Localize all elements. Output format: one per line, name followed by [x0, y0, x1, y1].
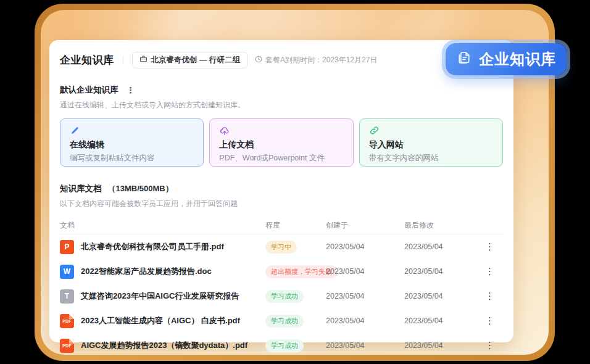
document-name: 北京睿奇优创科技有限公司员工手册.pdf: [81, 241, 224, 252]
file-type-icon: T: [60, 289, 74, 304]
kb-section-header: 默认企业知识库 ⋮: [60, 85, 503, 96]
col-header-document: 文档: [60, 220, 265, 231]
table-body: P 北京睿奇优创科技有限公司员工手册.pdf 学习中 2023/05/04 20…: [60, 234, 503, 358]
table-row: PDF AIGC发展趋势报告2023（镝数聚dydata）.pdf 学习成功 2…: [60, 333, 503, 358]
created-date: 2023/05/04: [326, 316, 404, 325]
kb-title: 默认企业知识库: [60, 85, 118, 96]
table-header-row: 文档 程度 创建于 最后修改: [60, 217, 503, 234]
create-card-description: 编写或复制粘贴文件内容: [70, 153, 194, 163]
row-menu-button[interactable]: ⋮: [483, 339, 497, 352]
modified-date: 2023/05/04: [404, 341, 470, 350]
pencil-icon: [70, 125, 194, 136]
cloud-upload-icon: [219, 125, 343, 136]
status-badge: 学习中: [265, 241, 297, 254]
status-badge: 学习成功: [265, 339, 304, 352]
docs-quota: （13MB/500MB）: [108, 183, 173, 194]
kb-floating-badge-label: 企业知识库: [479, 49, 556, 69]
modified-date: 2023/05/04: [404, 267, 470, 276]
briefcase-icon: [139, 55, 148, 65]
document-name: AIGC发展趋势报告2023（镝数聚dydata）.pdf: [81, 340, 247, 351]
create-card-title: 导入网站: [369, 139, 493, 151]
row-menu-button[interactable]: ⋮: [483, 240, 497, 253]
create-cards: 在线编辑 编写或复制粘贴文件内容 上传文档 PDF、Word或Powerpoin…: [60, 118, 503, 167]
link-icon: [369, 125, 493, 136]
file-type-icon: PDF: [60, 314, 74, 328]
created-date: 2023/05/04: [326, 267, 404, 276]
kb-description: 通过在线编辑、上传文档或导入网站的方式创建知识库。: [60, 100, 503, 110]
modified-date: 2023/05/04: [404, 242, 470, 251]
file-type-icon: P: [60, 240, 74, 254]
create-card-title: 在线编辑: [70, 139, 194, 151]
modified-date: 2023/05/04: [404, 292, 470, 300]
col-header-created: 创建于: [326, 220, 404, 231]
docs-description: 以下文档内容可能会被数字员工应用，并用于回答问题: [60, 199, 503, 209]
created-date: 2023/05/04: [326, 242, 404, 251]
kb-floating-badge[interactable]: 企业知识库: [446, 43, 567, 75]
col-header-progress: 程度: [265, 220, 326, 231]
plan-expiry: 套餐A到期时间：2023年12月27日: [255, 55, 377, 65]
modified-date: 2023/05/04: [404, 316, 470, 325]
page-title: 企业知识库: [60, 53, 114, 67]
kb-menu-button[interactable]: ⋮: [125, 85, 137, 96]
file-type-icon: W: [60, 265, 74, 279]
document-name: 艾媒咨询2023年中国AIGC行业发展研究报告: [81, 291, 239, 302]
col-header-modified: 最后修改: [404, 220, 470, 231]
docs-section-header: 知识库文档 （13MB/500MB）: [60, 183, 503, 194]
documents-table: 文档 程度 创建于 最后修改 P 北京睿奇优创科技有限公司员工手册.pdf 学习…: [60, 217, 503, 358]
main-panel: 企业知识库 北京睿奇优创 — 行研二组 套餐A到期时间：2023年12月27日 …: [49, 40, 513, 342]
table-row: PDF 2023人工智能生成内容（AIGC） 白皮书.pdf 学习成功 2023…: [60, 308, 503, 333]
org-selector[interactable]: 北京睿奇优创 — 行研二组: [132, 52, 247, 68]
created-date: 2023/05/04: [326, 292, 404, 300]
create-card-title: 上传文档: [219, 139, 343, 151]
document-name: 2023人工智能生成内容（AIGC） 白皮书.pdf: [81, 315, 240, 326]
created-date: 2023/05/04: [326, 341, 404, 350]
table-row: W 2022智能家居产品发展趋势报告.doc 超出额度，学习失败 2023/05…: [60, 259, 503, 284]
document-name: 2022智能家居产品发展趋势报告.doc: [81, 266, 212, 277]
row-menu-button[interactable]: ⋮: [483, 265, 497, 278]
clock-icon: [255, 56, 262, 65]
page-header: 企业知识库 北京睿奇优创 — 行研二组 套餐A到期时间：2023年12月27日: [60, 52, 503, 68]
create-card-description: 带有文字内容的网站: [369, 153, 493, 163]
document-icon: [456, 49, 473, 70]
row-menu-button[interactable]: ⋮: [483, 314, 497, 327]
status-badge: 学习成功: [265, 290, 304, 303]
header-divider: [123, 56, 123, 64]
table-row: P 北京睿奇优创科技有限公司员工手册.pdf 学习中 2023/05/04 20…: [60, 234, 503, 259]
status-badge: 学习成功: [265, 315, 304, 328]
table-row: T 艾媒咨询2023年中国AIGC行业发展研究报告 学习成功 2023/05/0…: [60, 284, 503, 308]
org-name: 北京睿奇优创 — 行研二组: [151, 55, 240, 65]
file-type-icon: PDF: [60, 339, 74, 353]
create-card-description: PDF、Word或Powerpoint 文件: [219, 153, 343, 163]
create-card-upload-doc[interactable]: 上传文档 PDF、Word或Powerpoint 文件: [209, 118, 353, 167]
docs-title: 知识库文档: [60, 183, 102, 194]
create-card-online-edit[interactable]: 在线编辑 编写或复制粘贴文件内容: [60, 118, 204, 167]
row-menu-button[interactable]: ⋮: [483, 289, 497, 302]
plan-expiry-text: 套餐A到期时间：2023年12月27日: [265, 55, 377, 65]
create-card-import-website[interactable]: 导入网站 带有文字内容的网站: [359, 118, 503, 167]
